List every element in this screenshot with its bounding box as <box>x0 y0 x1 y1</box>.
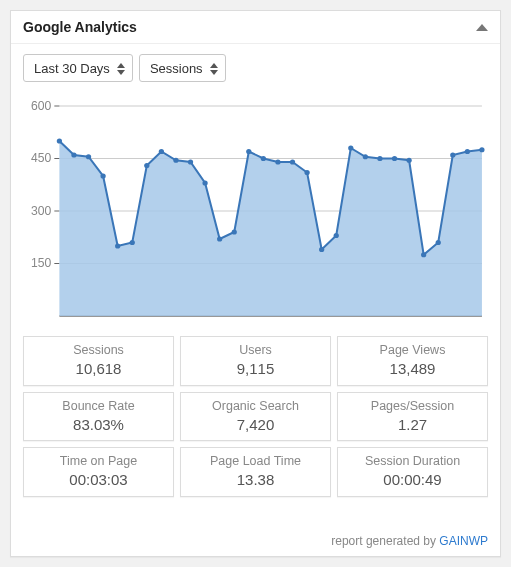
svg-point-25 <box>232 229 237 234</box>
svg-text:300: 300 <box>31 204 52 218</box>
svg-point-41 <box>465 149 470 154</box>
svg-text:450: 450 <box>31 152 52 166</box>
svg-point-20 <box>159 149 164 154</box>
sessions-chart: 150300450600 <box>23 98 488 328</box>
widget-header: Google Analytics <box>11 11 500 44</box>
svg-point-27 <box>261 156 266 161</box>
metric-label: Sessions <box>150 61 203 76</box>
stat-value: 00:00:49 <box>342 470 483 490</box>
svg-point-38 <box>421 252 426 257</box>
footer-text: report generated by <box>331 534 439 548</box>
svg-point-39 <box>436 240 441 245</box>
collapse-icon[interactable] <box>476 24 488 31</box>
svg-point-23 <box>202 180 207 185</box>
stat-label: Session Duration <box>342 454 483 469</box>
stat-box: Page Load Time13.38 <box>180 447 331 497</box>
footer-link[interactable]: GAINWP <box>439 534 488 548</box>
stat-box: Bounce Rate83.03% <box>23 392 174 442</box>
stat-label: Organic Search <box>185 399 326 414</box>
svg-text:600: 600 <box>31 99 52 113</box>
date-range-label: Last 30 Days <box>34 61 110 76</box>
svg-point-13 <box>57 138 62 143</box>
stat-box: Users9,115 <box>180 336 331 386</box>
stat-label: Time on Page <box>28 454 169 469</box>
svg-point-28 <box>275 159 280 164</box>
svg-text:150: 150 <box>31 257 52 271</box>
svg-point-40 <box>450 152 455 157</box>
svg-point-22 <box>188 159 193 164</box>
date-range-select[interactable]: Last 30 Days <box>23 54 133 82</box>
stat-box: Page Views13,489 <box>337 336 488 386</box>
stat-value: 83.03% <box>28 415 169 435</box>
stat-box: Time on Page00:03:03 <box>23 447 174 497</box>
stat-box: Sessions10,618 <box>23 336 174 386</box>
stat-value: 9,115 <box>185 359 326 379</box>
widget-title: Google Analytics <box>23 19 137 35</box>
stat-value: 13.38 <box>185 470 326 490</box>
stat-label: Pages/Session <box>342 399 483 414</box>
widget-body: Last 30 Days Sessions 150300450600 Sessi… <box>11 44 500 556</box>
svg-point-14 <box>71 152 76 157</box>
svg-point-33 <box>348 145 353 150</box>
stat-box: Session Duration00:00:49 <box>337 447 488 497</box>
stat-value: 00:03:03 <box>28 470 169 490</box>
svg-point-34 <box>363 154 368 159</box>
svg-point-26 <box>246 149 251 154</box>
stat-value: 7,420 <box>185 415 326 435</box>
svg-point-36 <box>392 156 397 161</box>
stat-label: Page Views <box>342 343 483 358</box>
metric-select[interactable]: Sessions <box>139 54 226 82</box>
stat-label: Sessions <box>28 343 169 358</box>
stats-grid: Sessions10,618Users9,115Page Views13,489… <box>23 336 488 497</box>
stat-label: Page Load Time <box>185 454 326 469</box>
report-footer: report generated by GAINWP <box>23 528 488 548</box>
sort-icon <box>209 60 219 78</box>
stat-value: 10,618 <box>28 359 169 379</box>
svg-point-19 <box>144 163 149 168</box>
sort-icon <box>116 60 126 78</box>
svg-point-35 <box>377 156 382 161</box>
stat-value: 13,489 <box>342 359 483 379</box>
stat-label: Users <box>185 343 326 358</box>
analytics-widget: Google Analytics Last 30 Days Sessions 1… <box>10 10 501 557</box>
svg-point-31 <box>319 247 324 252</box>
svg-point-29 <box>290 159 295 164</box>
stat-label: Bounce Rate <box>28 399 169 414</box>
svg-point-24 <box>217 236 222 241</box>
stat-value: 1.27 <box>342 415 483 435</box>
svg-point-16 <box>100 173 105 178</box>
svg-point-21 <box>173 158 178 163</box>
stat-box: Organic Search7,420 <box>180 392 331 442</box>
svg-point-42 <box>479 147 484 152</box>
svg-point-17 <box>115 243 120 248</box>
svg-point-30 <box>304 170 309 175</box>
svg-point-18 <box>130 240 135 245</box>
stat-box: Pages/Session1.27 <box>337 392 488 442</box>
svg-point-15 <box>86 154 91 159</box>
filter-bar: Last 30 Days Sessions <box>23 54 488 82</box>
svg-point-32 <box>334 233 339 238</box>
svg-point-37 <box>406 158 411 163</box>
